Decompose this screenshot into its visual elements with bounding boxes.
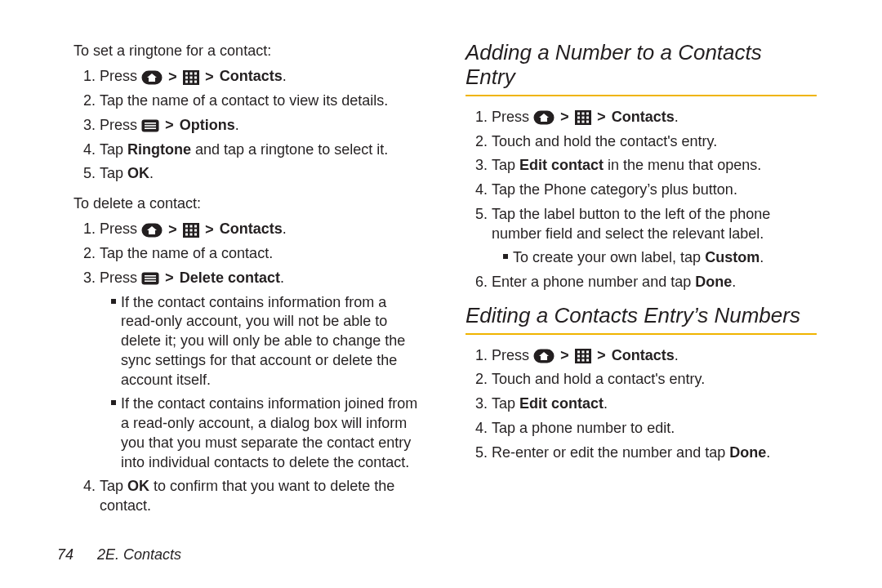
step: Press > Options. [100,116,425,136]
text: . [675,347,679,363]
svg-rect-58 [577,350,580,353]
text: Enter a phone number and tap [492,274,695,290]
label: Press [100,117,141,133]
step: Enter a phone number and tap Done. [492,273,817,292]
right-column: Adding a Number to a Contacts Entry Pres… [445,41,817,506]
label-edit-contact: Edit contact [519,157,604,173]
menu-item-delete-contact: Delete contact [180,270,280,286]
step: Touch and hold a contact's entry. [492,370,817,390]
text: Tap [492,395,519,412]
label-edit-contact: Edit contact [519,395,604,412]
svg-rect-44 [145,280,156,282]
step: Touch and hold the contact's entry. [492,132,817,152]
text: . [760,249,764,265]
svg-rect-60 [586,350,589,353]
svg-rect-33 [189,225,192,227]
menu-item-contacts: Contacts [220,220,283,237]
svg-rect-40 [194,233,197,235]
text: Re-enter or edit the number and tap [492,444,729,461]
separator: > [203,223,216,238]
svg-rect-54 [581,121,584,123]
svg-rect-29 [145,127,156,129]
svg-rect-25 [194,80,197,82]
menu-item-contacts: Contacts [612,347,675,363]
text: To create your own label, tap [513,249,705,265]
svg-rect-39 [189,233,192,235]
separator: > [595,110,608,125]
step: Press > Delete contact. If the contact c… [100,269,425,473]
separator: > [203,70,216,85]
step: Tap OK. [100,164,425,184]
home-icon [533,349,555,363]
label-ringtone: Ringtone [127,141,191,158]
menu-icon [141,119,159,132]
text: Tap [492,157,519,173]
lead-set-ringtone: To set a ringtone for a contact: [74,41,425,60]
step: Tap Edit contact. [492,394,817,414]
apps-icon [575,349,591,363]
step: Tap Ringtone and tap a ringtone to selec… [100,140,425,160]
text: Tap [100,141,127,158]
svg-rect-17 [185,72,188,74]
text: Tap [100,478,127,494]
svg-rect-18 [189,72,192,74]
step: Press > > Contacts. [100,67,425,87]
svg-rect-20 [185,76,188,78]
section-rule [466,95,817,96]
steps-add-number: Press > > Contacts. Touch and hold the c… [466,108,817,292]
svg-rect-32 [185,225,188,227]
step: Press > > Contacts. [492,108,817,127]
heading-adding-number: Adding a Number to a Contacts Entry [466,41,817,90]
text: . [675,109,679,125]
svg-rect-43 [145,278,156,279]
separator: > [559,110,571,125]
step: Tap the name of a contact. [100,244,425,264]
page-section-title: 2E. Contacts [97,546,181,563]
step: Tap a phone number to edit. [492,419,817,439]
menu-item-contacts: Contacts [612,109,675,125]
text: . [235,117,239,133]
svg-rect-65 [581,359,584,361]
svg-rect-66 [586,359,589,361]
menu-item-options: Options [180,117,235,133]
separator: > [167,70,179,85]
svg-rect-27 [145,122,156,124]
svg-rect-42 [145,275,156,277]
text: Tap the label button to the left of the … [492,206,770,242]
apps-icon [183,70,199,85]
svg-rect-52 [586,117,589,119]
label-done: Done [729,444,766,461]
page-footer: 74 2E. Contacts [57,546,181,564]
label-ok: OK [127,165,149,181]
note: If the contact contains information join… [111,394,425,472]
svg-rect-50 [577,117,580,119]
step: Re-enter or edit the number and tap Done… [492,443,817,463]
home-icon [533,110,555,125]
step: Tap the Phone category’s plus button. [492,180,817,200]
svg-rect-28 [145,125,156,127]
steps-delete-contact: Press > > Contacts. Tap the name of a co… [74,220,425,516]
separator: > [163,271,176,286]
note: To create your own label, tap Custom. [503,248,817,268]
label-ok: OK [127,478,149,494]
steps-edit-numbers: Press > > Contacts. Touch and hold a con… [466,346,817,463]
svg-rect-51 [581,117,584,119]
svg-rect-55 [586,121,589,123]
svg-rect-62 [581,354,584,357]
svg-rect-64 [577,359,580,361]
text: Tap [100,165,127,181]
svg-rect-49 [586,113,589,115]
separator: > [167,223,179,238]
home-icon [141,70,163,85]
note: If the contact contains information from… [111,293,425,390]
step: Press > > Contacts. [100,220,425,239]
text: . [732,274,736,290]
left-column: To set a ringtone for a contact: Press >… [74,41,445,506]
manual-page: To set a ringtone for a contact: Press >… [0,0,882,506]
notes: To create your own label, tap Custom. [492,248,817,268]
step: Tap OK to confirm that you want to delet… [100,477,425,516]
text: in the menu that opens. [604,157,761,173]
svg-rect-37 [194,229,197,231]
lead-delete-contact: To delete a contact: [74,194,425,213]
svg-rect-24 [189,80,192,82]
